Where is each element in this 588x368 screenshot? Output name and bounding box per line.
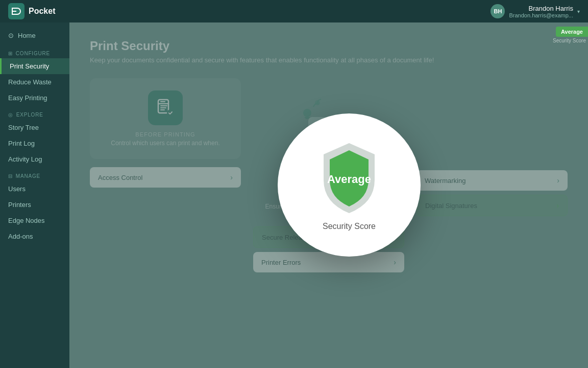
explore-section: ◎ EXPLORE	[0, 106, 69, 120]
sidebar: ⊙ Home ⊞ CONFIGURE Print Security Reduce…	[0, 22, 69, 368]
sidebar-item-easy-printing[interactable]: Easy Printing	[0, 90, 69, 106]
explore-icon: ◎	[8, 112, 13, 118]
add-ons-label: Add-ons	[8, 233, 33, 240]
security-score-modal-label: Security Score	[323, 222, 376, 231]
sidebar-item-add-ons[interactable]: Add-ons	[0, 228, 69, 244]
main-layout: ⊙ Home ⊞ CONFIGURE Print Security Reduce…	[0, 22, 588, 368]
user-menu[interactable]: BH Brandon Harris Brandon.harris@examp..…	[491, 4, 580, 18]
logo-icon	[8, 3, 24, 19]
edge-nodes-label: Edge Nodes	[8, 217, 45, 224]
home-label: Home	[18, 32, 36, 39]
topbar: Pocket BH Brandon Harris Brandon.harris@…	[0, 0, 588, 22]
user-avatar: BH	[491, 4, 505, 18]
sidebar-item-print-log[interactable]: Print Log	[0, 135, 69, 151]
print-security-label: Print Security	[10, 62, 49, 70]
user-name: Brandon Harris	[509, 5, 573, 12]
users-label: Users	[8, 185, 26, 193]
shield-score-text: Average	[327, 173, 371, 186]
security-score-circle: Average Security Score	[278, 113, 421, 257]
security-score-modal: Average Security Score	[69, 22, 588, 368]
app-name: Pocket	[29, 7, 55, 16]
easy-printing-label: Easy Printing	[8, 94, 47, 102]
shield-container: Average	[313, 139, 385, 216]
manage-icon: ⊟	[8, 173, 13, 179]
sidebar-item-edge-nodes[interactable]: Edge Nodes	[0, 213, 69, 228]
sidebar-item-reduce-waste[interactable]: Reduce Waste	[0, 74, 69, 90]
logo: Pocket	[8, 3, 55, 19]
user-email: Brandon.harris@examp...	[509, 12, 573, 18]
configure-icon: ⊞	[8, 51, 13, 56]
activity-log-label: Activity Log	[8, 155, 42, 163]
home-icon: ⊙	[8, 32, 14, 39]
sidebar-item-printers[interactable]: Printers	[0, 197, 69, 213]
print-log-label: Print Log	[8, 140, 35, 147]
content-area: Average Security Score Print Security Ke…	[69, 22, 588, 368]
sidebar-item-story-tree[interactable]: Story Tree	[0, 120, 69, 135]
sidebar-item-users[interactable]: Users	[0, 181, 69, 197]
sidebar-item-activity-log[interactable]: Activity Log	[0, 151, 69, 167]
sidebar-item-print-security[interactable]: Print Security	[0, 58, 69, 74]
configure-section: ⊞ CONFIGURE	[0, 44, 69, 58]
sidebar-item-home[interactable]: ⊙ Home	[0, 27, 69, 44]
story-tree-label: Story Tree	[8, 124, 39, 131]
chevron-down-icon: ▾	[577, 9, 580, 14]
printers-label: Printers	[8, 201, 31, 209]
user-info: Brandon Harris Brandon.harris@examp...	[509, 5, 573, 18]
manage-section: ⊟ MANAGE	[0, 167, 69, 181]
reduce-waste-label: Reduce Waste	[8, 78, 52, 86]
